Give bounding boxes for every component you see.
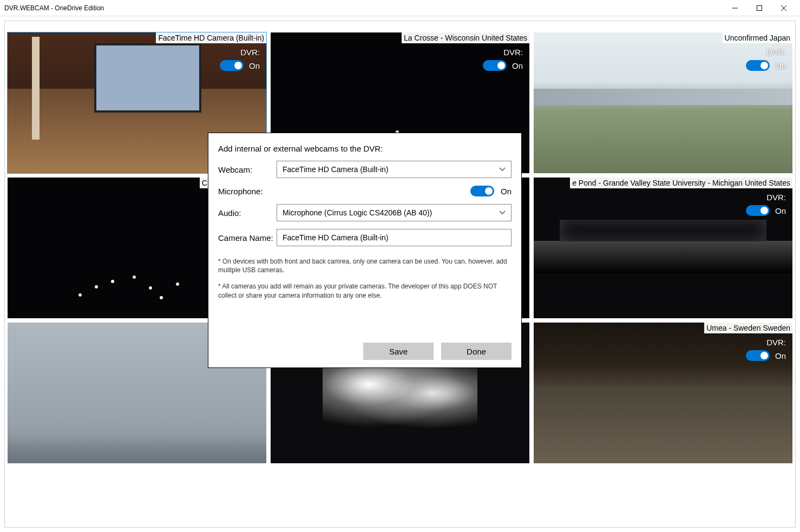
dvr-label: DVR: <box>240 48 260 57</box>
dvr-label: DVR: <box>503 48 523 57</box>
microphone-toggle[interactable] <box>470 186 494 196</box>
chevron-down-icon <box>499 209 506 216</box>
camera-dvr-overlay: DVR: On <box>746 193 786 216</box>
maximize-button[interactable] <box>747 0 771 16</box>
dialog-note-1: * On devices with both front and back ca… <box>218 257 512 274</box>
camera-tile[interactable]: Unconfirmed Japan DVR: On <box>534 32 792 173</box>
dvr-state: On <box>775 206 786 215</box>
camera-name-tag: La Crosse - Wisconsin United States <box>402 32 529 43</box>
dvr-label: DVR: <box>766 193 786 202</box>
camera-name-tag: Umea - Sweden Sweden <box>704 323 792 333</box>
webcam-select[interactable]: FaceTime HD Camera (Built-in) <box>277 161 512 178</box>
microphone-state: On <box>501 187 512 196</box>
camera-name-tag: FaceTime HD Camera (Built-in) <box>156 32 266 43</box>
microphone-label: Microphone: <box>218 187 277 196</box>
audio-row: Audio: Microphone (Cirrus Logic CS4206B … <box>218 204 512 221</box>
close-button[interactable] <box>771 0 796 16</box>
camera-dvr-overlay: DVR: On <box>746 48 786 71</box>
audio-select-value: Microphone (Cirrus Logic CS4206B (AB 40)… <box>283 208 432 217</box>
camera-name-row: Camera Name: <box>218 229 512 246</box>
add-webcam-dialog: Add internal or external webcams to the … <box>208 133 522 368</box>
minimize-button[interactable] <box>723 0 747 16</box>
dialog-note-2: * All cameras you add will remain as you… <box>218 282 512 299</box>
camera-name-label: Camera Name: <box>218 233 277 242</box>
camera-tile[interactable]: Umea - Sweden Sweden DVR: On <box>534 323 792 463</box>
dvr-label: DVR: <box>766 338 786 347</box>
microphone-row: Microphone: On <box>218 186 512 196</box>
window-title: DVR.WEBCAM - OneDrive Edition <box>4 4 723 12</box>
svg-rect-1 <box>757 5 762 10</box>
dvr-state: On <box>775 351 786 360</box>
dvr-toggle[interactable] <box>746 205 770 216</box>
dialog-buttons: Save Done <box>218 343 512 360</box>
webcam-label: Webcam: <box>218 165 277 174</box>
camera-dvr-overlay: DVR: On <box>746 338 786 361</box>
chevron-down-icon <box>499 166 506 173</box>
save-button[interactable]: Save <box>363 343 434 360</box>
camera-dvr-overlay: DVR: On <box>483 48 523 71</box>
dvr-state: On <box>512 61 523 70</box>
camera-name-tag: e Pond - Grande Valley State University … <box>570 178 792 188</box>
done-button[interactable]: Done <box>441 343 512 360</box>
dvr-toggle[interactable] <box>746 350 770 361</box>
dvr-toggle[interactable] <box>483 60 507 71</box>
dvr-state: On <box>249 61 260 70</box>
dvr-label: DVR: <box>766 48 786 57</box>
audio-select[interactable]: Microphone (Cirrus Logic CS4206B (AB 40)… <box>277 204 512 221</box>
dvr-state: On <box>775 61 786 70</box>
dvr-toggle[interactable] <box>220 60 244 71</box>
camera-dvr-overlay: DVR: On <box>220 48 260 71</box>
dvr-toggle[interactable] <box>746 60 770 71</box>
camera-name-tag: Unconfirmed Japan <box>723 32 792 43</box>
camera-tile[interactable]: e Pond - Grande Valley State University … <box>534 178 792 318</box>
dialog-heading: Add internal or external webcams to the … <box>218 144 512 153</box>
titlebar: DVR.WEBCAM - OneDrive Edition <box>0 0 800 16</box>
window-controls <box>723 0 796 16</box>
webcam-row: Webcam: FaceTime HD Camera (Built-in) <box>218 161 512 178</box>
audio-label: Audio: <box>218 208 277 218</box>
camera-name-input[interactable] <box>277 229 512 246</box>
webcam-select-value: FaceTime HD Camera (Built-in) <box>283 165 389 174</box>
